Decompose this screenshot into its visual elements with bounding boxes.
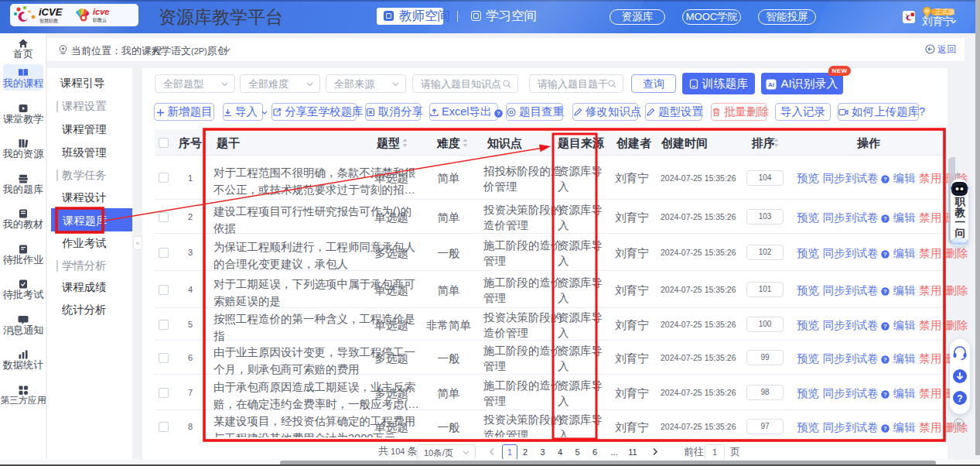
svg-text:?: ? xyxy=(883,176,887,183)
svg-text:icve: icve xyxy=(93,7,109,16)
svg-text:?: ? xyxy=(883,425,887,432)
svg-text:iCVE: iCVE xyxy=(39,6,63,18)
svg-text:?: ? xyxy=(883,215,887,222)
svg-text:?: ? xyxy=(883,323,887,330)
svg-text:?: ? xyxy=(883,356,887,363)
svg-text:?: ? xyxy=(883,288,887,295)
svg-text:智慧职教: 智慧职教 xyxy=(39,19,58,24)
svg-text:?: ? xyxy=(957,393,962,404)
svg-text:职教云: 职教云 xyxy=(93,18,107,23)
svg-text:AI: AI xyxy=(768,81,774,88)
svg-text:?: ? xyxy=(883,251,887,258)
svg-text:?: ? xyxy=(883,391,887,398)
svg-text:?: ? xyxy=(497,110,501,117)
